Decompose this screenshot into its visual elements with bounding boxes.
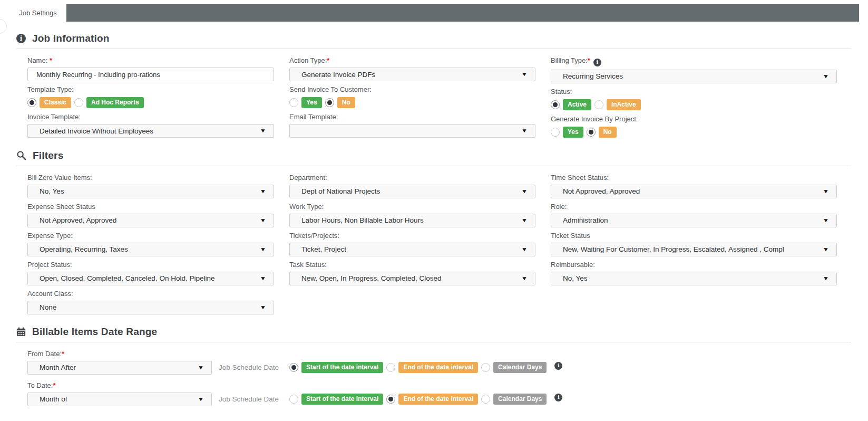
field-role: Role: Administration ▼ (551, 203, 837, 227)
tab-job-settings[interactable]: Job Settings (9, 4, 66, 22)
dropdown-caret-icon: ▼ (521, 218, 528, 223)
form-content: i Job Information Name: * Template Type:… (16, 33, 851, 406)
dropdown-caret-icon: ▼ (521, 128, 528, 133)
badge-to-end-of-interval[interactable]: End of the date interval (398, 394, 478, 405)
task-status-label: Task Status: (289, 261, 535, 269)
department-select[interactable]: Dept of National Projects ▼ (289, 185, 535, 198)
badge-send-invoice-yes[interactable]: Yes (301, 97, 322, 108)
tickets-projects-select[interactable]: Ticket, Project ▼ (289, 243, 535, 256)
send-invoice-label: Send Invoice To Customer: (289, 85, 535, 93)
badge-send-invoice-no[interactable]: No (337, 97, 355, 108)
project-status-select[interactable]: Open, Closed, Completed, Canceled, On Ho… (27, 272, 274, 285)
magnifier-icon (16, 150, 26, 160)
badge-generate-no[interactable]: No (599, 127, 617, 138)
badge-to-start-of-interval[interactable]: Start of the date interval (301, 394, 383, 405)
bill-zero-value-items-select[interactable]: No, Yes ▼ (27, 185, 274, 198)
job-information-header: i Job Information (16, 33, 851, 49)
invoice-template-select[interactable]: Detailed Invoice Without Employees ▼ (27, 124, 274, 138)
task-status-select[interactable]: New, Open, In Progress, Completed, Close… (289, 272, 535, 285)
time-sheet-status-select[interactable]: Not Approved, Approved ▼ (551, 185, 837, 198)
department-label: Department: (289, 174, 535, 181)
tickets-projects-label: Tickets/Projects: (289, 232, 535, 240)
action-type-select[interactable]: Generate Invoice PDFs ▼ (289, 68, 535, 81)
tab-job-settings-label: Job Settings (19, 9, 57, 17)
info-icon-glyph: i (20, 35, 23, 42)
left-edge-collapse-button[interactable] (0, 19, 7, 34)
radio-from-start-of-interval[interactable] (289, 363, 298, 372)
badge-from-end-of-interval[interactable]: End of the date interval (398, 362, 478, 373)
work-type-select[interactable]: Labor Hours, Non Billable Labor Hours ▼ (289, 214, 535, 227)
name-input[interactable] (27, 68, 274, 81)
expense-sheet-status-label: Expense Sheet Status (27, 203, 274, 211)
filters-column-2: Department: Dept of National Projects ▼ … (289, 174, 535, 319)
badge-status-active[interactable]: Active (563, 99, 591, 110)
radio-to-calendar-days[interactable] (481, 395, 490, 404)
radio-classic[interactable] (27, 98, 36, 107)
reimbursable-select[interactable]: No, Yes ▼ (551, 272, 837, 285)
dropdown-caret-icon: ▼ (521, 189, 528, 194)
from-date-info-icon[interactable]: i (554, 362, 562, 370)
job-settings-page: Job Settings i Job Information Name: * T… (0, 4, 868, 406)
field-expense-sheet-status: Expense Sheet Status Not Approved, Appro… (27, 203, 274, 227)
info-icon-glyph: i (597, 60, 599, 65)
tickets-projects-value: Ticket, Project (301, 245, 346, 253)
badge-status-inactive[interactable]: InActive (607, 99, 641, 110)
radio-send-invoice-no[interactable] (325, 98, 334, 107)
radio-from-calendar-days[interactable] (481, 363, 490, 372)
to-date-label: To Date:* (27, 381, 289, 389)
dropdown-caret-icon: ▼ (521, 247, 528, 252)
dropdown-caret-icon: ▼ (260, 189, 266, 194)
badge-from-calendar-days[interactable]: Calendar Days (493, 362, 547, 373)
project-status-value: Open, Closed, Completed, Canceled, On Ho… (40, 274, 214, 282)
reimbursable-label: Reimbursable: (551, 261, 837, 269)
invoice-template-label: Invoice Template: (27, 113, 274, 121)
badge-classic[interactable]: Classic (40, 97, 71, 108)
job-info-column-3: Billing Type:*i Recurring Services ▼ Sta… (551, 56, 837, 142)
field-time-sheet-status: Time Sheet Status: Not Approved, Approve… (551, 174, 837, 198)
email-template-select[interactable]: ▼ (289, 124, 535, 138)
from-date-row: From Date:* Month After ▼ Job Schedule D… (27, 350, 851, 375)
account-class-select[interactable]: None ▼ (27, 301, 274, 314)
field-reimbursable: Reimbursable: No, Yes ▼ (551, 261, 837, 285)
expense-sheet-status-select[interactable]: Not Approved, Approved ▼ (27, 214, 274, 227)
job-info-column-2: Action Type:* Generate Invoice PDFs ▼ Se… (289, 56, 535, 142)
badge-ad-hoc-reports[interactable]: Ad Hoc Reports (86, 97, 144, 108)
role-select[interactable]: Administration ▼ (551, 214, 837, 227)
radio-to-start-of-interval[interactable] (289, 395, 298, 404)
badge-to-calendar-days[interactable]: Calendar Days (493, 394, 547, 405)
billing-type-info-icon[interactable]: i (593, 59, 601, 66)
info-circle-icon: i (16, 34, 26, 43)
field-account-class: Account Class: None ▼ (27, 290, 274, 314)
filters-column-1: Bill Zero Value Items: No, Yes ▼ Expense… (27, 174, 274, 319)
job-information-title: Job Information (32, 33, 110, 44)
filters-header: Filters (16, 150, 851, 166)
date-range-header: Billable Items Date Range (16, 326, 851, 342)
radio-generate-yes[interactable] (551, 128, 560, 137)
badge-from-start-of-interval[interactable]: Start of the date interval (301, 362, 383, 373)
dropdown-caret-icon: ▼ (521, 72, 528, 77)
dropdown-caret-icon: ▼ (198, 397, 204, 402)
expense-type-select[interactable]: Operating, Recurring, Taxes ▼ (27, 243, 274, 256)
radio-ad-hoc-reports[interactable] (74, 98, 83, 107)
billing-type-select[interactable]: Recurring Services ▼ (551, 70, 837, 83)
expense-sheet-status-value: Not Approved, Approved (40, 216, 116, 224)
to-date-row: To Date:* Month of ▼ Job Schedule Date S… (27, 381, 851, 406)
to-date-info-icon[interactable]: i (554, 394, 562, 401)
ticket-status-value: New, Waiting For Customer, In Progress, … (563, 245, 784, 253)
radio-to-end-of-interval[interactable] (386, 395, 395, 404)
tab-bar: Job Settings (9, 4, 859, 22)
ticket-status-select[interactable]: New, Waiting For Customer, In Progress, … (551, 243, 837, 256)
from-date-select[interactable]: Month After ▼ (27, 361, 212, 375)
to-date-select[interactable]: Month of ▼ (27, 393, 212, 406)
radio-generate-no[interactable] (587, 128, 596, 137)
radio-status-active[interactable] (551, 100, 560, 109)
invoice-template-value: Detailed Invoice Without Employees (40, 127, 153, 135)
radio-send-invoice-yes[interactable] (289, 98, 298, 107)
dropdown-caret-icon: ▼ (260, 305, 266, 310)
send-invoice-radio-group: Yes No (289, 97, 535, 109)
ticket-status-label: Ticket Status (551, 232, 837, 240)
badge-generate-yes[interactable]: Yes (563, 127, 583, 138)
radio-status-inactive[interactable] (594, 100, 603, 109)
radio-from-end-of-interval[interactable] (386, 363, 395, 372)
template-type-radio-group: Classic Ad Hoc Reports (27, 97, 274, 109)
